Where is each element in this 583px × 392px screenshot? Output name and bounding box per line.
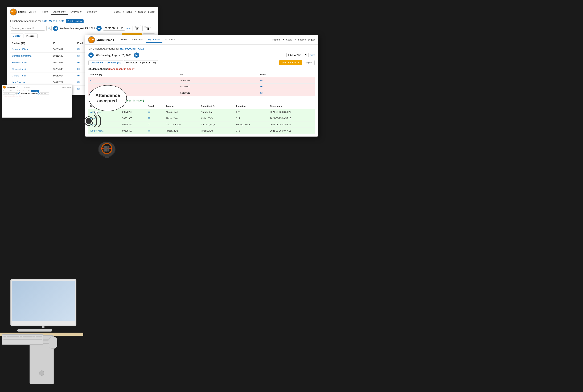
back-nav-summary[interactable]: Summary bbox=[85, 9, 99, 15]
back-student-name-2[interactable]: Cornejo, Samantha bbox=[10, 53, 51, 59]
front-present-timestamp-4: 2021-08-25 08:57:11 bbox=[268, 128, 315, 134]
back-grade-label: Grade bbox=[134, 26, 139, 28]
back-student-name-5[interactable]: Garcia, Roman bbox=[10, 72, 51, 79]
front-export-btn[interactable]: Export bbox=[303, 60, 315, 65]
back-nav-reports[interactable]: Reports bbox=[112, 10, 120, 13]
attendance-accepted-bubble: Attendance accepted. bbox=[89, 85, 127, 111]
front-present-location-3: Writing Center bbox=[234, 122, 268, 128]
back-col-student: Student (11) bbox=[10, 40, 51, 46]
back-tab-list[interactable]: List (11) bbox=[10, 34, 23, 38]
back-grade-box: Grade 10 bbox=[132, 25, 141, 31]
front-next-btn[interactable]: ▶ bbox=[134, 52, 139, 58]
computer-decoration bbox=[0, 256, 83, 392]
front-present-location-1: 277 bbox=[234, 109, 268, 115]
front-present-id-2: 50201305 bbox=[120, 115, 146, 122]
back-student-name-4[interactable]: Flener, Amani bbox=[10, 66, 51, 72]
mini-window: ENRICHMENT Attendance My Division Suppor… bbox=[2, 85, 72, 118]
front-window: SPLNS ENRICHMENT Home Attendance My Divi… bbox=[85, 35, 318, 136]
front-date-controls: reset bbox=[286, 53, 315, 57]
front-absent-email-1[interactable]: ✉ bbox=[258, 77, 315, 84]
front-absent-email-2[interactable]: ✉ bbox=[258, 84, 315, 90]
front-logo: SPLNS ENRICHMENT bbox=[88, 36, 114, 43]
back-nav-attendance[interactable]: Attendance bbox=[51, 9, 68, 15]
present-row-1: Abel, Aid... 50075262 ✉ Abram, Carl Abra… bbox=[88, 109, 315, 115]
front-logo-text: ENRICHMENT bbox=[96, 38, 114, 41]
back-prev-btn[interactable]: ◀ bbox=[53, 26, 58, 31]
front-present-timestamp-1: 2021-08-25 08:54:20 bbox=[268, 109, 315, 115]
front-nav-reports[interactable]: Reports bbox=[272, 38, 280, 41]
front-absent-title-text: Students Absent bbox=[88, 68, 108, 70]
front-navbar: SPLNS ENRICHMENT Home Attendance My Divi… bbox=[85, 35, 318, 45]
back-student-id-5: 50152914 bbox=[51, 72, 75, 79]
present-row-3: Agraw... 50195895 ✉ Pasulka, Brigid Pasu… bbox=[88, 122, 315, 128]
front-present-name-4[interactable]: Alegre, Mar... bbox=[88, 128, 120, 134]
back-next-btn[interactable]: ▶ bbox=[96, 26, 102, 31]
back-edit-btn[interactable]: Edit description bbox=[66, 19, 83, 23]
absent-row-1: C... 50144679 ✉ bbox=[88, 77, 315, 84]
back-logo-text: ENRICHMENT bbox=[18, 10, 36, 14]
front-tab-list-absent[interactable]: List Absent (3) | Present (31) bbox=[88, 60, 123, 65]
back-page-title: Enrichment Attendance for Soto, Melvin -… bbox=[10, 19, 155, 23]
front-nav-attendance[interactable]: Attendance bbox=[129, 37, 145, 43]
back-nav-logout[interactable]: Logout bbox=[148, 10, 155, 13]
front-page-title: My Division Attendance for Ha, Yeyoung -… bbox=[88, 47, 315, 50]
front-reset-link[interactable]: reset bbox=[310, 54, 315, 56]
front-nav-right: Reports ▼ Setup ▼ Support Logout bbox=[272, 38, 315, 41]
front-present-email-3[interactable]: ✉ bbox=[146, 122, 164, 128]
front-title-name: Ha, Yeyoung - A411 bbox=[120, 47, 144, 50]
front-present-col-teacher: Teacher bbox=[164, 104, 199, 109]
front-present-email-1[interactable]: ✉ bbox=[146, 109, 164, 115]
back-search-btn[interactable]: 🔍 bbox=[46, 26, 51, 31]
front-absent-name-1[interactable]: C... bbox=[88, 77, 179, 84]
back-students-label: Students bbox=[144, 26, 151, 28]
front-present-submitted-2: Alviso, Yufei bbox=[199, 115, 234, 122]
front-absent-email-3[interactable]: ✉ bbox=[258, 90, 315, 96]
svg-rect-10 bbox=[105, 146, 106, 152]
front-date-input[interactable] bbox=[286, 53, 309, 57]
front-present-id-4: 50198407 bbox=[120, 128, 146, 134]
back-student-name-6[interactable]: Lee, Sherman bbox=[10, 79, 51, 86]
svg-rect-14 bbox=[109, 146, 109, 152]
back-nav-support[interactable]: Support bbox=[138, 10, 146, 13]
back-students-box: Students 11 bbox=[142, 25, 153, 31]
front-nav-my-division[interactable]: My Division bbox=[146, 37, 162, 43]
barcode-scanner bbox=[96, 136, 117, 156]
front-nav-logout[interactable]: Logout bbox=[308, 38, 315, 41]
back-scan-input[interactable] bbox=[10, 26, 45, 30]
back-student-name-3[interactable]: Feinerman, Ivy bbox=[10, 59, 51, 66]
svg-rect-12 bbox=[107, 146, 107, 152]
front-present-email-2[interactable]: ✉ bbox=[146, 115, 164, 122]
back-nav-setup[interactable]: Setup bbox=[126, 10, 132, 13]
front-setup-caret: ▼ bbox=[294, 39, 296, 41]
front-nav-home[interactable]: Home bbox=[118, 37, 129, 43]
front-nav-support[interactable]: Support bbox=[298, 38, 306, 41]
front-email-btn[interactable]: Email Students ▼ bbox=[279, 60, 302, 65]
back-nav-home[interactable]: Home bbox=[40, 9, 50, 15]
back-title-name: Soto, Melvin - 102 bbox=[42, 20, 64, 22]
back-tab-pics[interactable]: Pics (11) bbox=[24, 34, 37, 38]
back-logo: SPLNS ENRICHMENT bbox=[10, 8, 36, 16]
back-reset-link[interactable]: reset bbox=[126, 27, 131, 30]
svg-rect-7 bbox=[103, 146, 103, 152]
front-present-email-4[interactable]: ✉ bbox=[146, 128, 164, 134]
back-student-name-1[interactable]: Coleman, Elijah bbox=[10, 46, 51, 53]
front-absent-subtitle: (mark absent in Aspen) bbox=[108, 68, 135, 70]
front-prev-btn[interactable]: ◀ bbox=[88, 52, 94, 58]
front-tab-pics-absent[interactable]: Pics Absent (3) | Present (31) bbox=[124, 60, 158, 65]
front-present-table: Student (31) ID Email Teacher Submitted … bbox=[88, 104, 315, 134]
back-student-id-2: 50212649 bbox=[51, 53, 75, 59]
front-nav-setup[interactable]: Setup bbox=[286, 38, 292, 41]
front-present-col-timestamp: Timestamp bbox=[268, 104, 315, 109]
front-present-teacher-4: Fiksdal, Eric bbox=[164, 128, 199, 134]
present-row-2: Abiad... 50201305 ✉ Alviso, Yufei Alviso… bbox=[88, 115, 315, 122]
back-student-id-1: 50201432 bbox=[51, 46, 75, 53]
svg-rect-6 bbox=[105, 156, 108, 158]
front-present-col-submitted: Submitted By bbox=[199, 104, 234, 109]
front-nav-summary[interactable]: Summary bbox=[163, 37, 177, 43]
front-logo-circle: SPLNS bbox=[88, 36, 95, 43]
back-reports-caret: ▼ bbox=[123, 11, 124, 13]
back-nav-my-division[interactable]: My Division bbox=[68, 9, 84, 15]
front-present-timestamp-2: 2021-08-25 08:55:15 bbox=[268, 115, 315, 122]
front-absent-id-2: 50090891 bbox=[179, 84, 258, 90]
back-date-input[interactable] bbox=[103, 26, 125, 30]
